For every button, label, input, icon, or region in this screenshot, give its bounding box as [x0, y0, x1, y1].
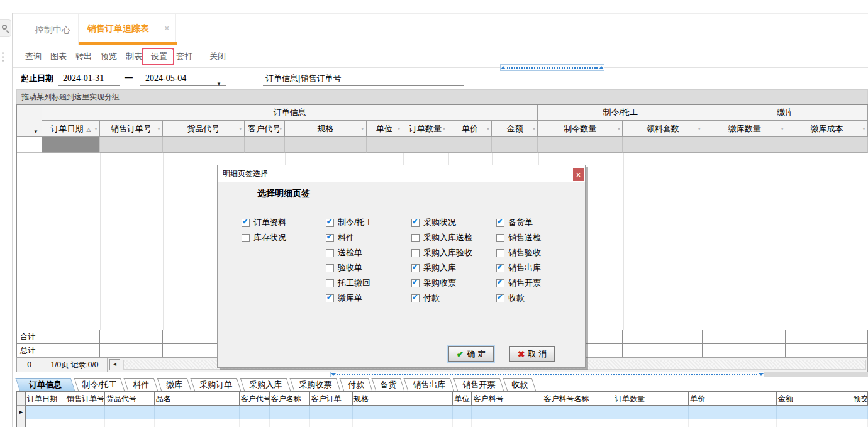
- detail-tab-payment[interactable]: 付款: [340, 378, 373, 391]
- detail-grid-current-row[interactable]: ►: [17, 406, 868, 419]
- toolbar-item-chart[interactable]: 图表: [46, 51, 71, 62]
- checkbox-checked[interactable]: ✔: [411, 279, 420, 287]
- detail-grid-cell[interactable]: [310, 406, 353, 419]
- filter-dropdown-icon[interactable]: ▼: [157, 121, 161, 136]
- detail-column-header-customer-code[interactable]: 客户代号: [240, 392, 270, 406]
- column-header-order-date[interactable]: 订单日期△▼: [42, 121, 100, 137]
- toolbar-item-export[interactable]: 转出: [71, 51, 96, 62]
- column-header-spec[interactable]: 规格▼: [285, 121, 367, 137]
- detail-grid-cell[interactable]: [270, 406, 310, 419]
- detail-tab-stock-prep[interactable]: 备货: [372, 378, 405, 391]
- detail-grid-cell[interactable]: [472, 406, 542, 419]
- checkbox-unchecked[interactable]: [242, 234, 250, 242]
- column-header-sales-order-no[interactable]: 销售订单号▼: [100, 121, 163, 137]
- checkbox-item-inspection-send[interactable]: 送检单: [326, 248, 362, 258]
- detail-grid-cell[interactable]: [65, 406, 105, 419]
- horizontal-splitter-bottom[interactable]: [330, 372, 764, 377]
- tab-control-center[interactable]: 控制中心: [25, 14, 81, 45]
- detail-grid-cell[interactable]: [542, 406, 613, 419]
- detail-tab-purchase-invoice[interactable]: 采购收票: [290, 378, 341, 391]
- checkbox-item-order-data[interactable]: ✔订单资料: [242, 218, 286, 228]
- detail-tab-warehouse-in[interactable]: 缴库: [157, 378, 192, 391]
- detail-grid-cell[interactable]: [453, 406, 472, 419]
- checkbox-item-purchase-in-accept[interactable]: 采购入库验收: [411, 248, 472, 258]
- filter-dropdown-icon[interactable]: ▼: [94, 121, 98, 136]
- grid-cell[interactable]: [492, 137, 538, 153]
- detail-grid-cell[interactable]: [852, 406, 868, 419]
- grid-cell[interactable]: [367, 137, 403, 153]
- checkbox-checked[interactable]: ✔: [411, 219, 420, 227]
- checkbox-item-inventory-status[interactable]: 库存状况: [242, 233, 286, 243]
- checkbox-checked[interactable]: ✔: [496, 294, 504, 302]
- detail-column-header-item-name[interactable]: 品名: [155, 392, 240, 406]
- detail-column-header-customer-order[interactable]: 客户订单: [310, 392, 353, 406]
- grid-cell[interactable]: [100, 137, 163, 153]
- toolbar-item-overprint[interactable]: 套打: [172, 51, 197, 62]
- toolbar-item-preview[interactable]: 预览: [96, 51, 121, 62]
- scroll-left-button[interactable]: ◄: [109, 359, 120, 370]
- checkbox-item-make-outwork[interactable]: ✔制令/托工: [326, 218, 373, 228]
- filter-dropdown-icon[interactable]: ▼: [862, 121, 866, 136]
- detail-column-header-customer-part-name[interactable]: 客户料号名称: [542, 392, 613, 406]
- detail-column-header-customer-part-no[interactable]: 客户料号: [472, 392, 542, 406]
- checkbox-item-purchase-invoice[interactable]: ✔采购收票: [411, 278, 456, 288]
- toolbar-item-close[interactable]: 关闭: [205, 51, 230, 62]
- filter-dropdown-icon[interactable]: ▼: [697, 121, 701, 136]
- filter-dropdown-icon[interactable]: ▼: [616, 121, 621, 136]
- checkbox-item-warehouse-note[interactable]: ✔缴库单: [326, 293, 362, 303]
- checkbox-checked[interactable]: ✔: [411, 294, 420, 302]
- checkbox-unchecked[interactable]: [326, 249, 334, 257]
- checkbox-checked[interactable]: ✔: [326, 219, 334, 227]
- checkbox-checked[interactable]: ✔: [242, 219, 250, 227]
- tab-sales-order-tracking[interactable]: 销售订单追踪表 ×: [78, 14, 176, 45]
- detail-column-header-unit[interactable]: 单位: [453, 392, 472, 406]
- detail-tab-receipt[interactable]: 收款: [503, 378, 537, 391]
- checkbox-item-material[interactable]: ✔料件: [326, 233, 354, 243]
- grid-cell[interactable]: [448, 137, 492, 153]
- detail-grid-cell[interactable]: [155, 406, 240, 419]
- checkbox-unchecked[interactable]: [496, 249, 504, 257]
- detail-grid-cell[interactable]: [777, 406, 852, 419]
- checkbox-item-outwork-return[interactable]: 托工缴回: [326, 278, 370, 288]
- checkbox-item-purchase-status[interactable]: ✔采购状况: [411, 218, 456, 228]
- filter-dropdown-icon[interactable]: ▼: [279, 121, 283, 136]
- grid-corner-cell[interactable]: ▼: [17, 105, 42, 137]
- checkbox-item-sales-invoice[interactable]: ✔销售开票: [496, 278, 541, 288]
- detail-column-header-order-date[interactable]: 订单日期: [26, 392, 65, 406]
- date-to-input[interactable]: 2024-05-04 ▼: [140, 70, 226, 86]
- confirm-button[interactable]: ✔ 确 定: [448, 346, 494, 362]
- checkbox-item-inspection-accept[interactable]: 验收单: [326, 263, 362, 273]
- column-header-make-qty[interactable]: 制令数量▼: [538, 121, 623, 137]
- tab-close-icon[interactable]: ×: [164, 23, 169, 34]
- cancel-button[interactable]: ✖ 取 消: [509, 346, 555, 362]
- checkbox-checked[interactable]: ✔: [496, 279, 504, 287]
- detail-column-header-unit-price[interactable]: 单价: [689, 392, 777, 406]
- checkbox-item-sales-out[interactable]: ✔销售出库: [496, 263, 541, 273]
- detail-column-header-item-code[interactable]: 货品代号: [105, 392, 155, 406]
- detail-column-header-spec[interactable]: 规格: [353, 392, 453, 406]
- toolbar-item-query[interactable]: 查询: [21, 51, 46, 62]
- dialog-close-icon[interactable]: x: [573, 168, 584, 181]
- grid-cell[interactable]: [403, 137, 448, 153]
- checkbox-unchecked[interactable]: [326, 264, 334, 272]
- filter-dropdown-icon[interactable]: ▼: [442, 121, 447, 136]
- detail-tab-make-outwork[interactable]: 制令/托工: [74, 378, 125, 391]
- detail-grid-cell[interactable]: [240, 406, 270, 419]
- detail-grid-cell[interactable]: [105, 406, 155, 419]
- grid-menu-dropdown-icon[interactable]: ▼: [33, 129, 38, 135]
- detail-column-header-amount[interactable]: 金额: [777, 392, 852, 406]
- selected-cell[interactable]: [42, 137, 100, 153]
- detail-column-header-due-date[interactable]: 预交日: [852, 392, 868, 406]
- checkbox-checked[interactable]: ✔: [496, 264, 504, 272]
- checkbox-item-sales-send-inspect[interactable]: 销售送检: [496, 233, 541, 243]
- checkbox-unchecked[interactable]: [411, 234, 420, 242]
- grid-cell[interactable]: [538, 137, 623, 153]
- checkbox-checked[interactable]: ✔: [496, 219, 504, 227]
- menu-dots-icon[interactable]: [2, 52, 4, 62]
- filter-dropdown-icon[interactable]: ▼: [780, 121, 784, 136]
- checkbox-item-payment[interactable]: ✔付款: [411, 293, 440, 303]
- checkbox-item-purchase-in-send-inspect[interactable]: 采购入库送检: [411, 233, 472, 243]
- checkbox-item-receipt[interactable]: ✔收款: [496, 293, 525, 303]
- column-header-item-code[interactable]: 货品代号▼: [163, 121, 245, 137]
- checkbox-item-stock-prep-note[interactable]: ✔备货单: [496, 218, 533, 228]
